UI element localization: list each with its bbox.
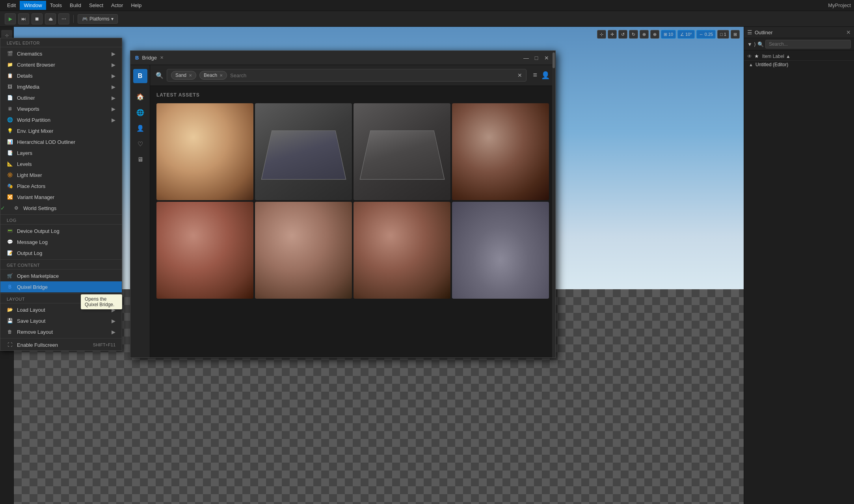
menu-item-light-mixer[interactable]: 🔆 Light Mixer (0, 169, 122, 180)
search-tag-beach-close[interactable]: ✕ (220, 73, 223, 78)
menu-item-hierarchical-lod[interactable]: 📊 Hierarchical LOD Outliner (0, 136, 122, 147)
vp-grid-btn[interactable]: ⊞ 10 (661, 30, 676, 39)
bridge-search-clear-button[interactable]: ✕ (517, 72, 522, 78)
platforms-button[interactable]: 🎮 Platforms ▾ (78, 14, 118, 24)
menu-item-layers[interactable]: 📑 Layers (0, 147, 122, 158)
imgmedia-label: ImgMedia (17, 84, 39, 90)
bridge-search-input[interactable] (230, 73, 514, 78)
asset-flat-2-visual (354, 103, 450, 200)
search-tag-sand-label: Sand (175, 73, 186, 78)
outliner-sort-icon[interactable]: ▲ (786, 54, 791, 59)
bridge-account-icon[interactable]: 👤 (541, 71, 550, 80)
tooltip-quixel-bridge: Opens the Quixel Bridge. (81, 294, 122, 309)
vp-select-btn[interactable]: ⊹ (597, 30, 606, 39)
cinematics-arrow: ▶ (112, 51, 115, 57)
output-log-icon: 📝 (7, 250, 13, 256)
menu-item-open-marketplace[interactable]: 🛒 Open Marketplace (0, 270, 122, 281)
bridge-scrollbar[interactable] (552, 65, 555, 357)
save-layout-label: Save Layout (17, 318, 45, 324)
load-layout-label: Load Layout (17, 307, 45, 313)
bridge-maximize-button[interactable]: □ (532, 54, 540, 62)
bridge-sidebar-display[interactable]: 🖥 (134, 153, 147, 166)
menu-item-outliner[interactable]: 📄 Outliner ▶ (0, 92, 122, 103)
play-button[interactable]: ▶ (5, 13, 16, 24)
bridge-asset-orange-sphere[interactable] (255, 202, 352, 299)
menu-item-levels[interactable]: 📐 Levels (0, 158, 122, 169)
menu-item-output-log[interactable]: 📝 Output Log (0, 247, 122, 259)
menu-window[interactable]: Window (20, 1, 46, 10)
outliner-item-untitled[interactable]: ▲ Untitled (Editor) (744, 61, 854, 69)
menu-item-message-log[interactable]: 💬 Message Log (0, 236, 122, 247)
menu-item-content-browser[interactable]: 📁 Content Browser ▶ (0, 59, 122, 70)
details-icon: 📋 (7, 73, 13, 79)
menu-item-enable-fullscreen[interactable]: ⛶ Enable Fullscreen SHIFT+F11 (0, 339, 122, 350)
bridge-filter-icon[interactable]: ≡ (533, 71, 537, 80)
menu-item-remove-layout[interactable]: 🗑 Remove Layout ▶ (0, 326, 122, 337)
menu-item-world-settings[interactable]: ✓ ⚙ World Settings (0, 203, 122, 214)
content-browser-label: Content Browser (17, 62, 55, 68)
bridge-sidebar: B 🏠 🌐 👤 ♡ 🖥 (130, 65, 150, 357)
menu-item-place-actors[interactable]: 🎭 Place Actors (0, 180, 122, 192)
menu-item-variant-manager[interactable]: 🔀 Variant Manager (0, 192, 122, 203)
step-button[interactable]: ⏭ (18, 13, 29, 24)
outliner-menu-label: Outliner (17, 95, 35, 101)
menu-item-cinematics[interactable]: 🎬 Cinematics ▶ (0, 48, 122, 59)
vp-move-btn[interactable]: ✛ (608, 30, 617, 39)
outliner-close-button[interactable]: ✕ (846, 29, 851, 35)
menu-edit[interactable]: Edit (3, 1, 20, 10)
eject-button[interactable]: ⏏ (45, 13, 56, 24)
fullscreen-icon: ⛶ (7, 342, 13, 348)
bridge-scrollbar-thumb[interactable] (553, 65, 555, 68)
vp-cam-btn[interactable]: □ 1 (717, 30, 729, 39)
vp-world-btn[interactable]: ⊕ (650, 30, 659, 39)
bridge-asset-flat-1[interactable] (255, 103, 352, 200)
bridge-asset-brown-sphere[interactable] (452, 103, 549, 200)
outliner-filter-icon[interactable]: ▼ (747, 41, 752, 47)
bridge-sidebar-search[interactable]: 🌐 (134, 106, 147, 119)
outliner-col-label: Item Label ▲ (762, 54, 791, 59)
remove-layout-icon: 🗑 (7, 329, 13, 335)
bridge-sidebar-user[interactable]: 👤 (134, 122, 147, 134)
menu-help[interactable]: Help (127, 1, 145, 10)
menu-item-device-output-log[interactable]: 📟 Device Output Log (0, 225, 122, 236)
outliner-expand-icon[interactable]: ⟩ (754, 41, 756, 47)
details-label: Details (17, 73, 33, 79)
menu-bar: Edit Window Tools Build Select Actor Hel… (0, 0, 854, 11)
vp-scale-val-btn[interactable]: ↔ 0.25 (696, 30, 716, 39)
vp-rotate-btn[interactable]: ↺ (618, 30, 627, 39)
bridge-sidebar-home[interactable]: 🏠 (134, 90, 147, 103)
menu-item-env-light-mixer[interactable]: 💡 Env. Light Mixer (0, 125, 122, 136)
bridge-asset-red-sphere-1[interactable] (156, 202, 253, 299)
vp-scale-btn[interactable]: ⊕ (640, 30, 649, 39)
bridge-asset-rocks[interactable] (452, 202, 549, 299)
menu-item-quixel-bridge[interactable]: B Quixel Bridge (0, 281, 122, 292)
outliner-menu-icon: 📄 (7, 95, 13, 101)
menu-item-save-layout[interactable]: 💾 Save Layout ▶ (0, 315, 122, 326)
bridge-search-icon[interactable]: 🔍 (156, 72, 164, 79)
bridge-asset-sand-sphere[interactable] (156, 103, 253, 200)
outliner-search-input[interactable] (765, 40, 851, 48)
menu-actor[interactable]: Actor (107, 1, 127, 10)
platforms-label: Platforms (89, 16, 110, 22)
variant-manager-label: Variant Manager (17, 194, 54, 200)
menu-build[interactable]: Build (66, 1, 85, 10)
bridge-minimize-button[interactable]: — (522, 54, 530, 62)
search-tag-sand-close[interactable]: ✕ (189, 73, 192, 78)
stop-button[interactable]: ⏹ (32, 13, 43, 24)
menu-item-world-partition[interactable]: 🌐 World Partition ▶ (0, 114, 122, 125)
vp-rotate2-btn[interactable]: ↻ (629, 30, 638, 39)
bridge-asset-brown-sphere-2[interactable] (354, 202, 450, 299)
menu-tools[interactable]: Tools (46, 1, 66, 10)
bridge-asset-flat-2[interactable] (354, 103, 450, 200)
bridge-sidebar-favorites[interactable]: ♡ (134, 138, 147, 150)
menu-item-details[interactable]: 📋 Details ▶ (0, 70, 122, 81)
bridge-close-button[interactable]: ✕ (543, 54, 551, 62)
menu-item-viewports[interactable]: 🖥 Viewports ▶ (0, 103, 122, 114)
menu-item-imgmedia[interactable]: 🖼 ImgMedia ▶ (0, 81, 122, 92)
vp-angle-btn[interactable]: ∠ 10° (677, 30, 695, 39)
outliner-menu-arrow: ▶ (112, 95, 115, 101)
vp-layout-btn[interactable]: ⊞ (731, 30, 740, 39)
menu-select[interactable]: Select (85, 1, 107, 10)
more-button[interactable]: ⋯ (58, 13, 69, 24)
world-partition-label: World Partition (17, 117, 50, 123)
